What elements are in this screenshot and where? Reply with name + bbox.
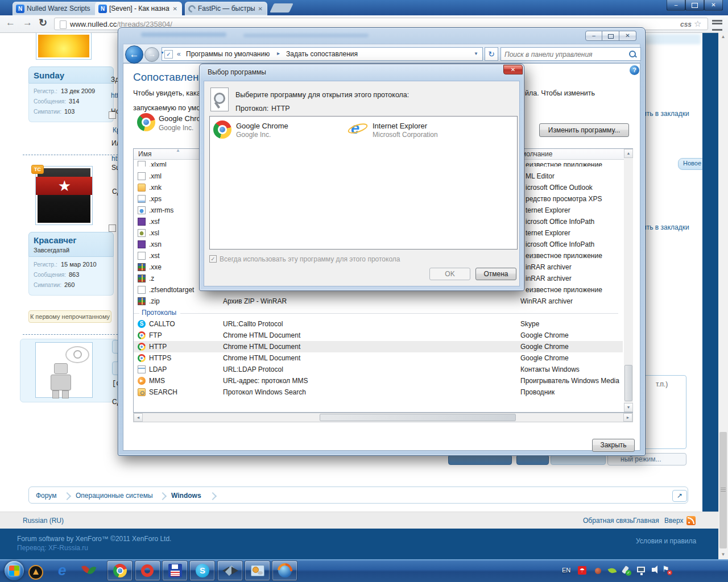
red-app-tray-icon[interactable]	[595, 568, 601, 574]
top-link[interactable]: Вверх	[664, 517, 683, 525]
robot-avatar[interactable]	[35, 342, 93, 398]
back-button[interactable]: ←	[125, 45, 143, 64]
jump-to-top-button[interactable]: ↗	[672, 490, 687, 502]
username-link[interactable]: Красавчег	[34, 235, 76, 245]
forum-button-fragment[interactable]	[448, 455, 512, 465]
table-row[interactable]: HTTPS Chrome HTML Document Google Chrome	[134, 352, 623, 364]
checkbox-fragment[interactable]	[109, 111, 116, 119]
column-header-default[interactable]: молчание	[522, 150, 552, 158]
chevrons-icon[interactable]: «	[177, 50, 181, 58]
back-icon[interactable]: ←	[6, 17, 15, 28]
table-row[interactable]: LDAP URL:LDAP Protocol Контакты Windows	[134, 364, 623, 375]
search-input[interactable]	[503, 49, 625, 60]
breadcrumb-item-forum[interactable]: Форум	[36, 492, 56, 500]
browser-menu-icon[interactable]	[712, 20, 722, 31]
scroll-up-icon[interactable]: ▲	[624, 149, 633, 158]
rss-icon[interactable]	[686, 516, 696, 525]
taskbar-game-button[interactable]	[217, 560, 243, 581]
close-button[interactable]: ✕	[704, 0, 723, 11]
cancel-button[interactable]: Отмена	[475, 268, 516, 280]
forward-icon[interactable]: →	[23, 17, 32, 28]
scrollbar-thumb[interactable]	[624, 365, 632, 401]
table-row[interactable]: ▶ MMS URL-адрес: протокол MMS Проигрыват…	[134, 375, 623, 386]
scroll-down-icon[interactable]: ▼	[624, 403, 633, 412]
taskbar-chrome-button[interactable]	[107, 560, 133, 581]
browser-tab-3[interactable]: FastPic — быстрый и бес ✕	[185, 2, 267, 15]
forum-button-fragment[interactable]	[551, 455, 606, 465]
minimize-button[interactable]: –	[667, 0, 685, 11]
breadcrumb-set-associations[interactable]: Задать сопоставления	[286, 50, 358, 58]
feedback-link[interactable]: Обратная связь	[583, 517, 633, 525]
taskbar-skype-button[interactable]: S	[189, 560, 215, 581]
list-scrollbar-horizontal[interactable]: ◄ ►	[133, 413, 633, 422]
table-row[interactable]: FTP Chrome HTML Document Google Chrome	[134, 330, 623, 341]
search-icon[interactable]	[629, 51, 636, 57]
dialog-close-button[interactable]: ✕	[503, 65, 523, 74]
scroll-left-icon[interactable]: ◄	[134, 413, 143, 422]
taskbar-firefox-button[interactable]	[272, 560, 297, 581]
translation-link[interactable]: Перевод: XF-Russia.ru	[17, 544, 88, 552]
protocol-cell: CALLTO	[149, 320, 175, 328]
scrollbar-thumb[interactable]	[719, 432, 727, 548]
scroll-down-icon[interactable]: ▼	[718, 550, 728, 559]
breadcrumb-item-windows[interactable]: Windows	[171, 492, 201, 500]
change-program-button[interactable]: Изменить программу...	[539, 123, 629, 137]
checkbox-fragment[interactable]	[109, 225, 116, 232]
taskbar-display-settings-button[interactable]	[245, 560, 270, 581]
column-header-name[interactable]: Имя	[138, 150, 151, 158]
table-row[interactable]: SEARCH Протокол Windows Search Проводник	[134, 386, 623, 398]
table-row[interactable]: .zip Архив ZIP - WinRAR WinRAR archiver	[134, 296, 623, 307]
network-tray-icon[interactable]	[637, 567, 645, 572]
close-window-button[interactable]: Закрыть	[592, 439, 635, 452]
table-row[interactable]: S CALLTO URL:Callto Protocol Skype	[134, 318, 623, 330]
taskbar-opera-button[interactable]	[135, 560, 160, 581]
language-indicator[interactable]: EN	[562, 567, 570, 573]
maximize-button[interactable]	[602, 31, 619, 41]
bookmark-star-icon[interactable]: ☆	[694, 19, 701, 29]
forward-button[interactable]: →	[144, 47, 159, 62]
bookmark-link[interactable]: ить в закладки	[643, 110, 689, 118]
list-scrollbar-vertical[interactable]: ▲ ▼	[624, 149, 633, 412]
breadcrumb-item-os[interactable]: Операционные системы	[76, 492, 153, 500]
browser-tab-2-active[interactable]: N [Seven] - Как назначить п ✕	[95, 2, 182, 15]
table-row-selected-http[interactable]: HTTP Chrome HTML Document Google Chrome	[134, 341, 623, 352]
search-box[interactable]	[500, 47, 641, 61]
new-tab-button[interactable]	[270, 3, 293, 13]
scroll-up-icon[interactable]: ▲	[718, 32, 728, 41]
first-unread-button[interactable]: К первому непрочитанному	[28, 310, 111, 323]
leaf-app-icon[interactable]	[82, 564, 96, 576]
internet-explorer-icon[interactable]: e	[58, 562, 66, 579]
bookmark-link[interactable]: ить в закладки	[643, 223, 689, 231]
program-item-ie[interactable]: e Internet Explorer Microsoft Corporatio…	[349, 119, 491, 142]
start-button[interactable]	[5, 561, 24, 580]
breadcrumb-default-programs[interactable]: Программы по умолчанию	[186, 50, 270, 58]
crumb-separator-icon[interactable]: ▸	[277, 50, 280, 56]
tab-close-icon[interactable]: ✕	[257, 6, 264, 12]
maximize-button[interactable]	[685, 0, 704, 11]
home-link[interactable]: Главная	[633, 517, 659, 525]
scroll-right-icon[interactable]: ►	[623, 413, 632, 422]
reload-icon[interactable]: ↻	[39, 16, 47, 29]
avatar[interactable]	[36, 32, 92, 60]
refresh-button[interactable]: ↻	[485, 47, 498, 61]
tab-close-icon[interactable]: ✕	[172, 6, 179, 12]
close-button[interactable]: ✕	[619, 31, 636, 41]
auslogics-icon[interactable]	[28, 565, 43, 580]
minimize-button[interactable]: –	[585, 31, 602, 41]
scrollbar-thumb[interactable]	[320, 414, 516, 421]
avatar[interactable]: ★	[35, 166, 93, 225]
always-use-checkbox[interactable]: ✓	[209, 255, 217, 263]
taskbar-floppy-app-button[interactable]	[162, 560, 188, 581]
language-chooser[interactable]: Russian (RU)	[23, 517, 64, 525]
address-breadcrumb-bar[interactable]: ✓ « Программы по умолчанию ▸ Задать сопо…	[162, 47, 483, 61]
address-dropdown-icon[interactable]: ▼	[474, 51, 478, 56]
program-item-chrome[interactable]: Google Chrome Google Inc.	[212, 119, 343, 142]
history-dropdown-icon[interactable]: ▼	[160, 51, 164, 55]
username-link[interactable]: Sunday	[34, 70, 64, 80]
help-icon[interactable]: ?	[630, 65, 639, 75]
avira-tray-icon[interactable]: ☂	[578, 566, 586, 575]
forum-button-fragment[interactable]	[516, 455, 549, 465]
terms-link[interactable]: Условия и правила	[636, 537, 696, 545]
volume-tray-icon[interactable]	[652, 568, 655, 572]
ok-button[interactable]: OK	[429, 268, 470, 280]
